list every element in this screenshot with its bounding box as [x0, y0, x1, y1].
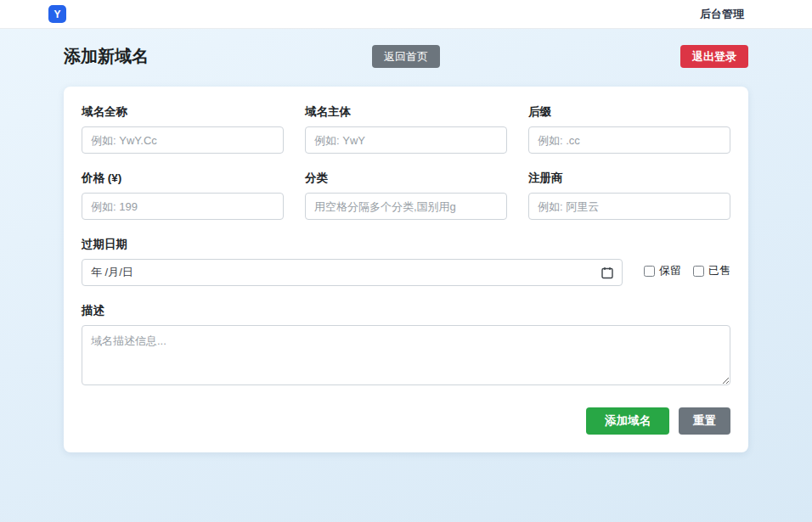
reserved-checkbox[interactable] [644, 266, 655, 277]
main-container: 添加新域名 返回首页 退出登录 域名全称 域名主体 后缀 价格 ( [64, 45, 748, 452]
reserved-checkbox-label: 保留 [659, 263, 681, 278]
field-expiry-date: 过期日期 年 /月/日 [82, 237, 623, 286]
field-domain-full-name: 域名全称 [82, 104, 284, 154]
calendar-icon[interactable] [601, 267, 613, 279]
domain-full-name-label: 域名全称 [82, 104, 284, 120]
top-header: Y 后台管理 [0, 0, 812, 29]
form-row-expiry: 过期日期 年 /月/日 保留 [82, 237, 730, 286]
description-label: 描述 [82, 303, 730, 318]
title-right-area: 退出登录 [440, 45, 748, 68]
field-registrar: 注册商 [528, 171, 730, 220]
expiry-date-input[interactable]: 年 /月/日 [82, 259, 623, 286]
field-suffix: 后缀 [528, 104, 730, 154]
sold-checkbox[interactable] [693, 266, 704, 277]
suffix-label: 后缀 [528, 104, 730, 120]
add-domain-button[interactable]: 添加域名 [586, 407, 669, 435]
logout-button[interactable]: 退出登录 [680, 45, 748, 68]
field-price: 价格 (¥) [82, 171, 284, 220]
price-input[interactable] [82, 193, 284, 220]
reset-button[interactable]: 重置 [679, 407, 730, 435]
domain-body-label: 域名主体 [305, 104, 507, 120]
field-category: 分类 [305, 171, 507, 220]
page-title: 添加新域名 [64, 45, 149, 68]
expiry-date-value: 年 /月/日 [91, 265, 133, 280]
expiry-date-label: 过期日期 [82, 237, 623, 252]
sold-checkbox-label: 已售 [708, 263, 730, 278]
description-textarea[interactable] [82, 325, 730, 385]
page-title-row: 添加新域名 返回首页 退出登录 [64, 45, 748, 68]
registrar-label: 注册商 [528, 171, 730, 186]
form-row-1: 域名全称 域名主体 后缀 [82, 104, 730, 154]
form-actions-row: 添加域名 重置 [82, 407, 730, 435]
form-row-2: 价格 (¥) 分类 注册商 [82, 171, 730, 220]
add-domain-form-card: 域名全称 域名主体 后缀 价格 (¥) 分类 注册商 [64, 87, 748, 452]
field-description: 描述 [82, 303, 730, 389]
site-logo-letter: Y [54, 8, 60, 20]
category-input[interactable] [305, 193, 507, 220]
registrar-input[interactable] [528, 193, 730, 220]
domain-full-name-input[interactable] [82, 126, 284, 154]
domain-body-input[interactable] [305, 126, 507, 154]
field-domain-body: 域名主体 [305, 104, 507, 154]
checkbox-item-sold[interactable]: 已售 [693, 263, 730, 278]
category-label: 分类 [305, 171, 507, 186]
checkbox-item-reserved[interactable]: 保留 [644, 263, 681, 278]
title-left-area: 添加新域名 [64, 45, 372, 68]
back-home-button[interactable]: 返回首页 [372, 45, 440, 68]
admin-management-link[interactable]: 后台管理 [700, 7, 744, 22]
status-checkbox-group: 保留 已售 [644, 244, 730, 278]
site-logo[interactable]: Y [48, 5, 66, 23]
price-label: 价格 (¥) [82, 171, 284, 186]
suffix-input[interactable] [528, 126, 730, 154]
